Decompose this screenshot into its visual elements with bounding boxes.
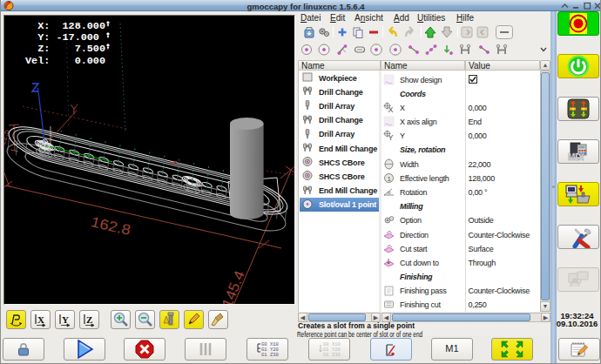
svg-text:Reference point can be center: Reference point can be center of slot or… [297,330,422,339]
svg-text:G1 Z30: G1 Z30 [261,352,279,358]
svg-text:MDI: MDI [568,152,584,162]
svg-text:X: X [388,105,394,113]
svg-text:α: α [388,190,391,195]
svg-text:X: X [37,314,44,325]
svg-text:G1 Z30: G1 Z30 [323,352,341,358]
svg-text:Y: Y [62,314,69,325]
svg-text:Z: Z [86,314,92,325]
svg-text:Y: Y [388,133,394,141]
svg-text:Creates a slot from a single p: Creates a slot from a single point [298,320,415,330]
svg-text:1: 1 [388,174,392,182]
